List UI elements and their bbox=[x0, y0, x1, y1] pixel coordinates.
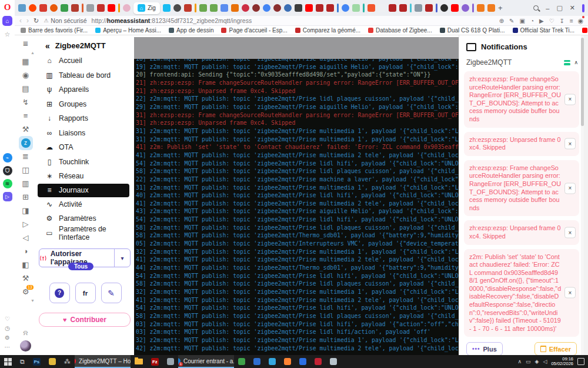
tab-favicon[interactable] bbox=[415, 4, 422, 12]
ha-dashboard-icon[interactable]: ▤ bbox=[18, 82, 34, 95]
action-center-icon[interactable] bbox=[577, 358, 584, 365]
tab-favicon[interactable] bbox=[39, 4, 47, 12]
bird-app-icon[interactable] bbox=[310, 355, 326, 368]
sidebar-item-tableau-de-bord[interactable]: ▥Tableau de bord bbox=[36, 68, 134, 83]
notifications-bell-icon[interactable]: ⍾ bbox=[24, 329, 28, 337]
ha-zigbee2mqtt-icon[interactable]: z bbox=[18, 136, 34, 150]
file-explorer-icon[interactable] bbox=[131, 355, 147, 368]
permit-join-caret[interactable]: ▾ bbox=[114, 249, 130, 267]
bookmark-item[interactable]: App de dessin bbox=[169, 27, 213, 34]
user-avatar[interactable] bbox=[20, 340, 31, 352]
ha-chart-icon[interactable]: ▥ bbox=[18, 177, 34, 190]
ha-energy-icon[interactable]: ↯ bbox=[18, 95, 34, 109]
rail-scroll-down-icon[interactable]: ▼ bbox=[15, 299, 36, 303]
sidebar-item-ota[interactable]: ☁OTA bbox=[36, 140, 134, 155]
page-scrollbar[interactable] bbox=[584, 35, 588, 355]
tab-favicon[interactable] bbox=[61, 4, 68, 12]
workspace-star-icon[interactable]: ☆ bbox=[5, 31, 11, 38]
sidebar-item-groupes[interactable]: ⊞Groupes bbox=[36, 97, 134, 112]
side-panel-toggle[interactable] bbox=[582, 4, 584, 12]
ha-todo-icon[interactable]: ≡ bbox=[18, 109, 34, 122]
dismiss-notification-button[interactable]: × bbox=[564, 287, 576, 299]
download-icon[interactable]: ↧ bbox=[560, 18, 564, 24]
maximize-button[interactable]: ▢ bbox=[556, 4, 562, 12]
task-view-button[interactable]: ⧉ bbox=[16, 355, 29, 368]
tab-favicon[interactable] bbox=[173, 4, 181, 12]
tab-favicon[interactable] bbox=[71, 4, 79, 12]
tab-favicon[interactable] bbox=[368, 4, 375, 12]
security-chip[interactable]: ⚠ Non sécurisé bbox=[44, 17, 86, 24]
tab-favicon[interactable] bbox=[18, 4, 26, 12]
tab-favicon[interactable] bbox=[352, 4, 360, 12]
player-app-icon[interactable]: ▷ bbox=[3, 192, 12, 201]
likes-heart-icon[interactable]: ♡ bbox=[5, 316, 10, 322]
totem-app-icon[interactable] bbox=[295, 355, 310, 368]
tab-favicon[interactable] bbox=[284, 4, 292, 12]
sidebar-item-activit-[interactable]: ∿Activité bbox=[36, 197, 134, 212]
tray-volume-icon[interactable]: ◁ bbox=[543, 359, 547, 364]
dismiss-notification-button[interactable]: × bbox=[564, 183, 576, 194]
sidebar-item-param-tres[interactable]: ⚙Paramètres bbox=[36, 211, 134, 226]
start-button[interactable] bbox=[0, 355, 16, 368]
tab-favicon[interactable] bbox=[378, 4, 386, 12]
tray-network-icon[interactable]: ◈ bbox=[535, 359, 539, 364]
ha-macs-icon[interactable]: ◨ bbox=[18, 204, 34, 217]
sidebar-item-appareils[interactable]: ψAppareils bbox=[36, 82, 134, 97]
language-button[interactable]: fr bbox=[75, 283, 96, 303]
green-app-icon[interactable] bbox=[234, 355, 249, 368]
spotify-icon[interactable]: ≋ bbox=[3, 179, 12, 188]
tab-favicon[interactable] bbox=[231, 4, 239, 12]
tab-favicon[interactable] bbox=[462, 4, 469, 12]
ha-calendar-icon[interactable]: ⊞ bbox=[18, 190, 34, 204]
reload-icon[interactable]: ↻ bbox=[34, 17, 39, 25]
tab-favicon[interactable] bbox=[451, 4, 459, 12]
tab-favicon[interactable] bbox=[263, 4, 270, 12]
bookmark-item[interactable]: Dual CS 618 Q Plati... bbox=[440, 27, 505, 34]
rail-scroll-up-icon[interactable]: ▲ bbox=[15, 51, 36, 55]
ha-hammer-icon[interactable]: ⚒ bbox=[18, 271, 34, 285]
url-field[interactable]: http://homeassistant:8123/45df7312_zigbe… bbox=[92, 17, 252, 24]
ha-vscode-icon[interactable]: ◁ bbox=[18, 231, 34, 244]
bookmark-item[interactable]: Aperçu – Home Assi... bbox=[95, 27, 161, 34]
snapshot-camera-icon[interactable]: ▣ bbox=[519, 18, 524, 24]
sidebar-item-r-seau[interactable]: ∗Réseau bbox=[36, 169, 134, 184]
tab-favicon[interactable] bbox=[220, 4, 228, 12]
history-clock-icon[interactable]: ◷ bbox=[5, 325, 10, 331]
sidebar-settings-icon[interactable]: ⚙ bbox=[5, 334, 10, 341]
minimize-button[interactable]: – bbox=[546, 5, 549, 12]
messenger-icon[interactable]: ⌁ bbox=[3, 153, 12, 163]
sidebar-item-liaisons[interactable]: ∞Liaisons bbox=[36, 126, 134, 141]
tab-favicon[interactable] bbox=[199, 4, 207, 12]
contribute-button[interactable]: ♥ Contribuer bbox=[39, 313, 131, 327]
tab-favicon[interactable] bbox=[305, 4, 313, 12]
ha-screenshare-icon[interactable]: ◧ bbox=[18, 258, 34, 271]
permit-join-scope-badge[interactable]: Tous bbox=[68, 263, 93, 270]
photoshop-icon[interactable]: Ps bbox=[29, 355, 45, 368]
gray-app-icon[interactable] bbox=[163, 355, 178, 368]
network-app-icon[interactable] bbox=[326, 355, 341, 368]
extensions-tune-icon[interactable]: ≡ bbox=[570, 18, 573, 24]
tab-favicon[interactable] bbox=[86, 4, 94, 12]
ha-media-icon[interactable]: ▷ bbox=[18, 217, 34, 231]
taskbar-clock[interactable]: 09:16 05/02/2026 bbox=[551, 357, 573, 367]
tab-active[interactable]: ⌂Zig bbox=[133, 2, 160, 14]
tab-favicon[interactable] bbox=[487, 4, 495, 12]
ha-tools-icon[interactable]: ⚒ bbox=[18, 122, 34, 136]
tab-favicon[interactable] bbox=[316, 4, 323, 12]
sidebar-item-journaux[interactable]: ≡Journaux bbox=[38, 184, 129, 197]
tray-chevron-icon[interactable]: ∧ bbox=[518, 359, 522, 364]
tab-favicon[interactable] bbox=[295, 4, 302, 12]
collapse-sidebar-icon[interactable]: « bbox=[45, 41, 50, 51]
tab-favicon[interactable] bbox=[425, 4, 433, 12]
zoom-page-icon[interactable]: ⊕ bbox=[499, 18, 504, 24]
bookmark-item[interactable]: Comparez la géomé... bbox=[295, 27, 360, 34]
send-to-device-icon[interactable]: ▶ bbox=[539, 18, 544, 24]
blue-grid-app-icon[interactable] bbox=[249, 355, 265, 368]
sidebar-item-param-tres-de-l-interface[interactable]: ▭Paramètres de l'interface bbox=[36, 226, 134, 241]
z2m-sidebar-header[interactable]: « Zigbee2MQTT bbox=[36, 38, 134, 54]
ha-overview-icon[interactable]: ▦ bbox=[18, 55, 34, 68]
task-mail[interactable]: 1Courrier entrant - a... bbox=[178, 355, 234, 368]
tab-favicon[interactable] bbox=[273, 4, 281, 12]
sidebar-more-icon[interactable]: ⋯ bbox=[5, 344, 11, 350]
tab-favicon[interactable] bbox=[242, 4, 249, 12]
